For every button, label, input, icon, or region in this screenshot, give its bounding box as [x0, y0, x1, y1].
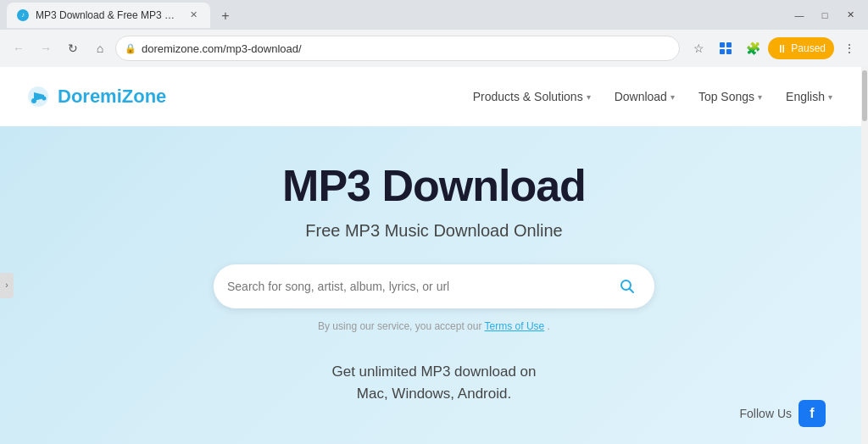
nav-top-songs-label: Top Songs	[698, 90, 754, 103]
url-text: doremizone.com/mp3-download/	[142, 42, 670, 55]
scrollbar-thumb[interactable]	[862, 70, 867, 121]
lock-icon: 🔒	[125, 43, 136, 54]
grid-button[interactable]	[714, 36, 737, 60]
nav-products-solutions-label: Products & Solutions	[473, 90, 583, 103]
address-bar: ← → ↻ ⌂ 🔒 doremizone.com/mp3-download/ ☆…	[0, 30, 868, 67]
paused-button[interactable]: ⏸ Paused	[768, 37, 834, 59]
side-arrow-button[interactable]: ›	[0, 273, 14, 298]
search-input[interactable]	[227, 280, 614, 293]
svg-rect-2	[720, 49, 725, 54]
hero-title: MP3 Download	[282, 160, 586, 211]
follow-us: Follow Us f	[740, 400, 826, 427]
active-tab[interactable]: ♪ MP3 Download & Free MP3 Mu... ✕	[7, 3, 210, 28]
tab-title: MP3 Download & Free MP3 Mu...	[36, 9, 180, 21]
tab-close-button[interactable]: ✕	[186, 8, 200, 22]
tab-area: ♪ MP3 Download & Free MP3 Mu... ✕ +	[7, 3, 788, 28]
home-button[interactable]: ⌂	[88, 36, 112, 60]
nav-download[interactable]: Download ▾	[604, 85, 685, 108]
svg-point-5	[31, 98, 36, 103]
window-controls: — □ ✕	[788, 4, 861, 26]
nav-download-chevron: ▾	[670, 92, 675, 102]
nav-english-label: English	[786, 90, 825, 103]
bookmark-button[interactable]: ☆	[687, 36, 710, 60]
nav-top-songs[interactable]: Top Songs ▾	[688, 85, 772, 108]
nav-english-chevron: ▾	[828, 92, 832, 102]
forward-button[interactable]: →	[34, 36, 58, 60]
logo-doremi: Doremi	[58, 86, 122, 107]
terms-period: .	[548, 320, 550, 332]
terms-link[interactable]: Terms of Use	[485, 320, 545, 332]
hero-section: MP3 Download Free MP3 Music Download Onl…	[0, 126, 868, 444]
page-content: DoremiZone Products & Solutions ▾ Downlo…	[0, 67, 868, 444]
nav-english[interactable]: English ▾	[776, 85, 843, 108]
back-button[interactable]: ←	[7, 36, 31, 60]
logo-zone: Zone	[122, 86, 167, 107]
promo-line1: Get unlimited MP3 download on	[332, 364, 537, 380]
logo-icon	[25, 84, 51, 109]
facebook-button[interactable]: f	[798, 400, 826, 427]
logo-text: DoremiZone	[58, 86, 166, 108]
terms-text: By using our service, you accept our Ter…	[318, 320, 550, 332]
tab-favicon: ♪	[17, 9, 29, 21]
nav-products-solutions[interactable]: Products & Solutions ▾	[463, 85, 601, 108]
svg-rect-1	[726, 42, 732, 47]
maximize-button[interactable]: □	[814, 4, 836, 26]
terms-prefix: By using our service, you accept our	[318, 320, 485, 332]
paused-label: Paused	[791, 42, 826, 54]
nav-links: Products & Solutions ▾ Download ▾ Top So…	[463, 85, 843, 108]
paused-icon: ⏸	[776, 42, 787, 55]
hero-subtitle: Free MP3 Music Download Online	[305, 221, 562, 241]
svg-line-8	[630, 289, 634, 293]
title-bar: ♪ MP3 Download & Free MP3 Mu... ✕ + — □ …	[0, 0, 868, 30]
url-bar[interactable]: 🔒 doremizone.com/mp3-download/	[115, 36, 680, 61]
nav-top-songs-chevron: ▾	[758, 92, 762, 102]
website: DoremiZone Products & Solutions ▾ Downlo…	[0, 67, 868, 444]
nav-download-label: Download	[615, 90, 667, 103]
svg-point-6	[42, 97, 47, 101]
follow-us-label: Follow Us	[740, 407, 792, 420]
new-tab-button[interactable]: +	[214, 4, 237, 28]
logo[interactable]: DoremiZone	[25, 84, 166, 109]
promo-line2: Mac, Windows, Android.	[357, 386, 511, 402]
menu-button[interactable]: ⋮	[837, 36, 861, 60]
search-button[interactable]	[614, 273, 641, 300]
browser-frame: ♪ MP3 Download & Free MP3 Mu... ✕ + — □ …	[0, 0, 868, 444]
extensions-button[interactable]: 🧩	[741, 36, 765, 60]
svg-rect-0	[720, 42, 725, 47]
site-nav: DoremiZone Products & Solutions ▾ Downlo…	[0, 67, 868, 126]
search-bar[interactable]	[214, 264, 654, 308]
nav-products-chevron: ▾	[587, 92, 591, 102]
close-button[interactable]: ✕	[839, 4, 861, 26]
minimize-button[interactable]: —	[788, 4, 810, 26]
refresh-button[interactable]: ↻	[61, 36, 85, 60]
promo-text: Get unlimited MP3 download on Mac, Windo…	[332, 361, 537, 404]
browser-actions: ☆ 🧩 ⏸ Paused ⋮	[687, 36, 861, 60]
svg-rect-3	[726, 49, 732, 54]
scrollbar[interactable]	[861, 67, 868, 444]
